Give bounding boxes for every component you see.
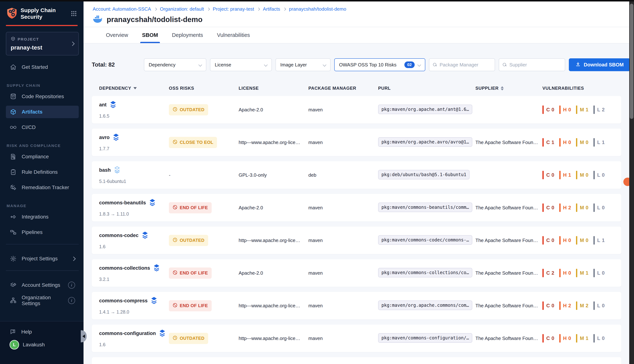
vuln-l-count: L0 (593, 269, 605, 277)
purl-chip[interactable]: pkg:maven/commons-beanutils/comm… (378, 202, 472, 212)
purl-chip[interactable]: pkg:maven/commons-codec/commons-… (378, 235, 472, 245)
project-name: pranay-test (11, 44, 71, 51)
sidebar-item-ci-cd[interactable]: CI/CD (6, 121, 79, 134)
breadcrumb-link[interactable]: Project: pranay-test (213, 6, 254, 12)
severity-number: 2 (568, 205, 571, 210)
column-header-supplier[interactable]: SUPPLIER (475, 86, 542, 91)
purl-chip[interactable]: pkg:deb/ubuntu/bash@5.1-6ubuntu1 (378, 170, 469, 180)
breadcrumb-link[interactable]: pranaycshah/todolist-demo (289, 6, 346, 12)
table-row[interactable]: commons-configuration 1.6OUTDATEDhttp---… (92, 324, 621, 352)
severity-number: 0 (586, 238, 589, 243)
sidebar-item-code-repositories[interactable]: Code Repositories (6, 90, 79, 103)
severity-letter: L (597, 336, 600, 341)
help-button[interactable]: Help (0, 326, 84, 338)
sidebar-item-rule-definitions[interactable]: Rule Definitions (6, 166, 79, 178)
layers-icon (110, 101, 117, 109)
sidebar-item-label: Compliance (22, 154, 75, 160)
severity-letter: M (580, 303, 584, 308)
sidebar-item-artifacts[interactable]: Artifacts (6, 106, 79, 118)
tab-vulnerabilities[interactable]: Vulnerabilities (217, 27, 250, 43)
dependency-version: 1.8.3 → 1.11.0 (99, 211, 169, 217)
package-manager-search-input[interactable] (439, 62, 491, 68)
breadcrumb-link[interactable]: Account: Automation-SSCA (93, 6, 151, 12)
dependency-cell: commons-compress 1.4.1 → 1.28.0 (99, 297, 169, 315)
severity-text: H0 (563, 107, 571, 113)
license-filter-dropdown[interactable]: License (210, 58, 272, 71)
sidebar-item-project-settings[interactable]: Project Settings (6, 252, 79, 265)
user-menu[interactable]: L Lavakush (0, 338, 84, 351)
sort-desc-icon (501, 88, 504, 90)
owasp-risks-filter-dropdown[interactable]: OWASP OSS Top 10 Risks 02 (334, 58, 425, 71)
dependency-table: ant 1.6.5OUTDATEDApache-2.0mavenpkg:mave… (92, 96, 621, 364)
severity-text: H2 (563, 303, 571, 308)
sidebar-item-remediation-tracker[interactable]: Remediation Tracker (6, 181, 79, 194)
vulnerabilities-cell: C0H2M0L0 (542, 204, 614, 212)
sidebar-item-account-settings[interactable]: Account Settingsi (6, 279, 79, 291)
severity-text: H1 (563, 172, 571, 178)
sidebar-item-compliance[interactable]: Compliance (6, 150, 79, 163)
app-grid-icon[interactable] (69, 8, 79, 18)
download-icon (575, 62, 581, 68)
window-top-edge (0, 0, 634, 2)
tab-sbom[interactable]: SBOM (142, 27, 158, 43)
risk-badge: OUTDATED (169, 333, 208, 344)
severity-letter: C (546, 270, 550, 276)
severity-bar (593, 171, 595, 179)
sidebar-item-get-started[interactable]: Get Started (6, 61, 79, 74)
owasp-count-badge: 02 (404, 62, 415, 68)
column-header-label: VULNERABILITIES (542, 86, 584, 91)
table-row[interactable]: avro 1.7.7CLOSE TO EOLhttp---www.apache.… (92, 128, 621, 156)
table-row[interactable]: ant 1.6.5OUTDATEDApache-2.0mavenpkg:mave… (92, 96, 621, 124)
dependency-filter-dropdown[interactable]: Dependency (144, 58, 206, 71)
sidebar-item-integrations[interactable]: Integrations (6, 210, 79, 223)
risk-badge-label: CLOSE TO EOL (180, 140, 213, 145)
license-cell: GPL-3.0-only (239, 172, 308, 178)
purl-chip[interactable]: pkg:maven/commons-configuration/… (378, 333, 472, 343)
download-sbom-button[interactable]: Download SBOM (569, 58, 630, 71)
layers-icon (151, 297, 158, 305)
sidebar-item-organization-settings[interactable]: Organization Settingsi (6, 294, 79, 307)
clock-icon (173, 238, 178, 244)
vulnerabilities-cell: C0H2M2L0 (542, 302, 614, 310)
search-icon (433, 63, 437, 66)
tab-deployments[interactable]: Deployments (172, 27, 203, 43)
image-layer-filter-dropdown[interactable]: Image Layer (276, 58, 331, 71)
package-manager-searchbox (429, 58, 495, 71)
ban-icon (173, 140, 178, 146)
risk-badge: OUTDATED (169, 235, 208, 246)
table-row[interactable]: commons-collections 3.2.1END OF LIFEApac… (92, 259, 621, 287)
table-row[interactable]: commons-fileupload END OF LIFEApache-2.0… (92, 357, 621, 364)
supplier-cell: The Apache Software Foun… (475, 303, 542, 308)
sidebar-section-label: MANAGE (6, 198, 79, 210)
purl-chip[interactable]: pkg:maven/org.apache.avro/avro@1… (378, 137, 472, 147)
severity-number: 0 (568, 238, 571, 243)
severity-letter: M (580, 270, 584, 276)
project-label: PROJECT (18, 37, 39, 42)
breadcrumb-link[interactable]: Artifacts (263, 6, 280, 12)
tab-overview[interactable]: Overview (106, 27, 128, 43)
vuln-l-count: L2 (593, 106, 605, 114)
severity-number: 0 (602, 303, 605, 308)
supplier-search-input[interactable] (509, 62, 561, 68)
sidebar-item-pipelines[interactable]: Pipelines (6, 226, 79, 238)
purl-chip[interactable]: pkg:maven/org.apache.ant/ant@1.6… (378, 104, 472, 114)
table-row[interactable]: commons-compress 1.4.1 → 1.28.0END OF LI… (92, 292, 621, 320)
severity-bar (559, 171, 560, 179)
table-row[interactable]: bash 5.1-6ubuntu1-GPL-3.0-onlydebpkg:deb… (92, 161, 621, 189)
scrollbar-thumb[interactable] (630, 4, 633, 119)
severity-bar (593, 138, 595, 146)
column-header-dependency[interactable]: DEPENDENCY (99, 86, 169, 91)
risk-badge-label: OUTDATED (180, 336, 205, 341)
severity-letter: M (580, 336, 584, 341)
purl-chip[interactable]: pkg:maven/org.apache.commons/com… (378, 300, 472, 310)
vuln-c-count: C0 (542, 204, 554, 212)
project-selector[interactable]: PROJECT pranay-test (6, 32, 79, 56)
risk-badge: OUTDATED (169, 104, 208, 116)
purl-chip[interactable]: pkg:maven/commons-collections/co… (378, 268, 472, 278)
breadcrumb-link[interactable]: Organization: default (160, 6, 204, 12)
table-row[interactable]: commons-codec 1.6OUTDATEDhttp---www.apac… (92, 226, 621, 254)
severity-number: 2 (568, 303, 571, 308)
table-row[interactable]: commons-beanutils 1.8.3 → 1.11.0END OF L… (92, 194, 621, 222)
sidebar-section-label: SUPPLY CHAIN (6, 77, 79, 90)
breadcrumb-separator-icon (154, 8, 157, 11)
